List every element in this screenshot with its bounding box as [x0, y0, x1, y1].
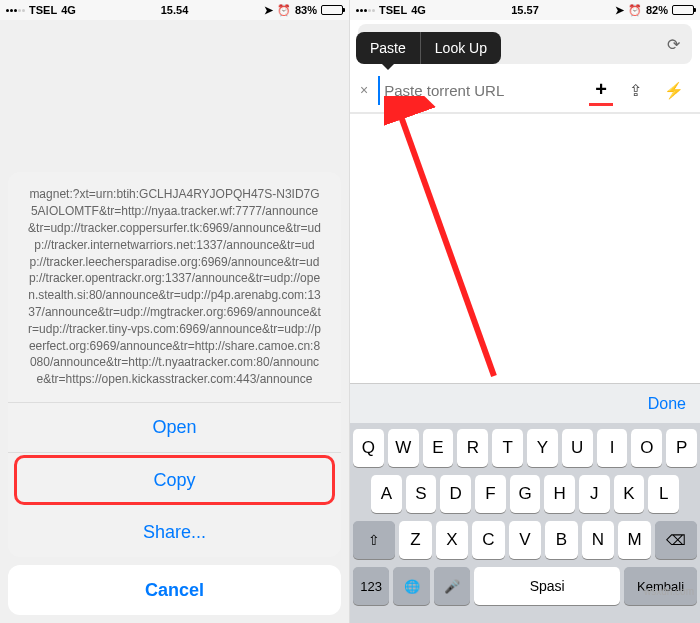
phone-left: TSEL 4G 15.54 ➤ ⏰ 83% magnet:?xt=urn:bti…: [0, 0, 350, 623]
key-d[interactable]: D: [440, 475, 471, 513]
key-o[interactable]: O: [631, 429, 662, 467]
key-space[interactable]: Spasi: [474, 567, 620, 605]
key-h[interactable]: H: [544, 475, 575, 513]
status-bar: TSEL 4G 15.57 ➤ ⏰ 82%: [350, 0, 700, 20]
keyboard-row-2: A S D F G H J K L: [353, 475, 697, 513]
signal-icon: [6, 9, 25, 12]
key-k[interactable]: K: [614, 475, 645, 513]
context-menu: Paste Look Up: [356, 32, 501, 64]
keyboard-row-3: ⇧ Z X C V B N M ⌫: [353, 521, 697, 559]
key-numbers[interactable]: 123: [353, 567, 389, 605]
flash-icon[interactable]: ⚡: [658, 77, 690, 104]
clock: 15.54: [161, 4, 189, 16]
copy-button[interactable]: Copy: [14, 455, 335, 505]
key-v[interactable]: V: [509, 521, 542, 559]
annotation-arrow: [384, 96, 504, 390]
key-n[interactable]: N: [582, 521, 615, 559]
key-f[interactable]: F: [475, 475, 506, 513]
carrier-label: TSEL: [379, 4, 407, 16]
key-e[interactable]: E: [423, 429, 454, 467]
clock: 15.57: [511, 4, 539, 16]
key-l[interactable]: L: [648, 475, 679, 513]
key-j[interactable]: J: [579, 475, 610, 513]
keyboard-row-1: Q W E R T Y U I O P: [353, 429, 697, 467]
network-label: 4G: [61, 4, 76, 16]
status-bar: TSEL 4G 15.54 ➤ ⏰ 83%: [0, 0, 349, 20]
battery-icon: [321, 5, 343, 15]
key-x[interactable]: X: [436, 521, 469, 559]
battery-label: 82%: [646, 4, 668, 16]
battery-icon: [672, 5, 694, 15]
key-p[interactable]: P: [666, 429, 697, 467]
battery-label: 83%: [295, 4, 317, 16]
network-label: 4G: [411, 4, 426, 16]
phone-right: TSEL 4G 15.57 ➤ ⏰ 82% eedr.cc ⟳ Paste Lo…: [350, 0, 700, 623]
add-icon[interactable]: +: [589, 74, 613, 106]
key-mic-icon[interactable]: 🎤: [434, 567, 470, 605]
key-globe-icon[interactable]: 🌐: [393, 567, 429, 605]
key-a[interactable]: A: [371, 475, 402, 513]
key-y[interactable]: Y: [527, 429, 558, 467]
key-t[interactable]: T: [492, 429, 523, 467]
paste-menu-item[interactable]: Paste: [356, 32, 420, 64]
key-z[interactable]: Z: [399, 521, 432, 559]
location-icon: ➤: [615, 4, 624, 17]
alarm-icon: ⏰: [277, 4, 291, 17]
lookup-menu-item[interactable]: Look Up: [421, 32, 501, 64]
clear-icon[interactable]: ×: [360, 82, 368, 98]
alarm-icon: ⏰: [628, 4, 642, 17]
upload-icon[interactable]: ⇪: [623, 77, 648, 104]
reload-icon[interactable]: ⟳: [667, 35, 680, 54]
key-s[interactable]: S: [406, 475, 437, 513]
sheet-message: magnet:?xt=urn:btih:GCLHJA4RYJOPQH47S-N3…: [8, 172, 341, 403]
location-icon: ➤: [264, 4, 273, 17]
key-u[interactable]: U: [562, 429, 593, 467]
key-g[interactable]: G: [510, 475, 541, 513]
carrier-label: TSEL: [29, 4, 57, 16]
cancel-sheet: Cancel: [8, 565, 341, 615]
action-sheet: magnet:?xt=urn:btih:GCLHJA4RYJOPQH47S-N3…: [8, 172, 341, 557]
key-i[interactable]: I: [597, 429, 628, 467]
key-shift[interactable]: ⇧: [353, 521, 395, 559]
done-button[interactable]: Done: [648, 395, 686, 413]
share-button[interactable]: Share...: [8, 507, 341, 557]
svg-line-0: [398, 108, 494, 376]
cancel-button[interactable]: Cancel: [8, 565, 341, 615]
key-c[interactable]: C: [472, 521, 505, 559]
open-button[interactable]: Open: [8, 403, 341, 453]
key-q[interactable]: Q: [353, 429, 384, 467]
key-b[interactable]: B: [545, 521, 578, 559]
key-w[interactable]: W: [388, 429, 419, 467]
action-sheet-backdrop: magnet:?xt=urn:btih:GCLHJA4RYJOPQH47S-N3…: [0, 20, 349, 623]
key-backspace[interactable]: ⌫: [655, 521, 697, 559]
key-r[interactable]: R: [457, 429, 488, 467]
signal-icon: [356, 9, 375, 12]
key-m[interactable]: M: [618, 521, 651, 559]
watermark: wsxdn.com: [644, 586, 694, 597]
